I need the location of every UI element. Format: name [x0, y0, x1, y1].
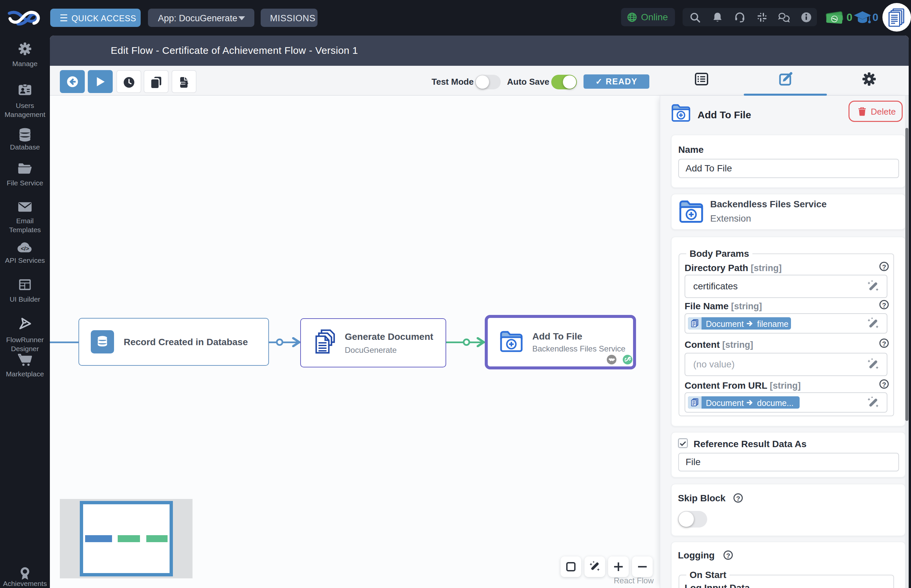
svg-text:</>: </> [21, 245, 29, 252]
